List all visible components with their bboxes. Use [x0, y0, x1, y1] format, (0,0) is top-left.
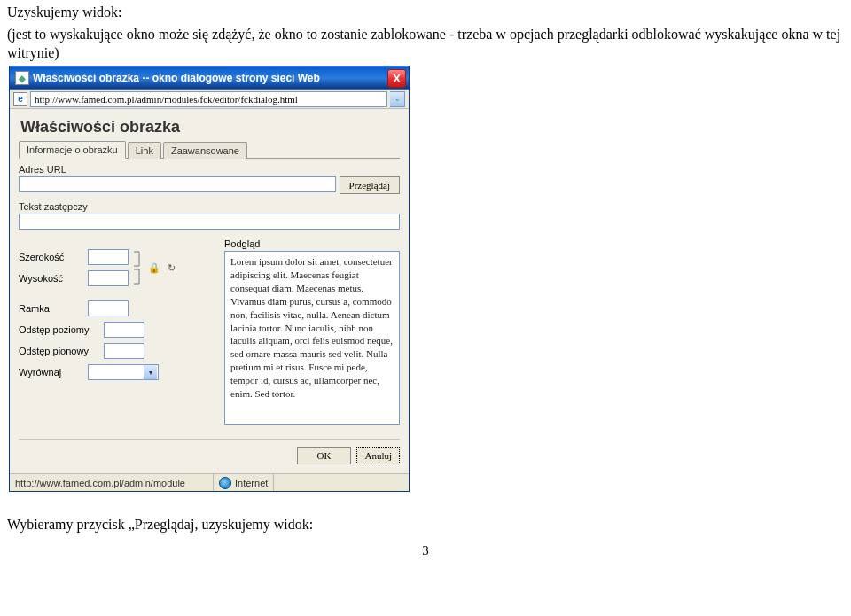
- status-zone: Internet: [235, 478, 268, 488]
- dialog-buttons: OK Anuluj: [19, 439, 400, 464]
- label-height: Wysokość: [19, 273, 82, 284]
- titlebar[interactable]: ◆ Właściwości obrazka -- okno dialogowe …: [10, 66, 409, 90]
- left-column: Szerokość Wysokość 🔒 ↻: [19, 238, 212, 425]
- label-align: Wyrównaj: [19, 367, 82, 378]
- dialog-body: Właściwości obrazka Informacje o obrazku…: [10, 109, 409, 473]
- alt-input[interactable]: [19, 214, 400, 230]
- browse-button[interactable]: Przeglądaj: [340, 176, 400, 194]
- status-bar: http://www.famed.com.pl/admin/module Int…: [10, 473, 409, 491]
- vspace-input[interactable]: [104, 343, 144, 359]
- height-input[interactable]: [88, 270, 129, 286]
- window-icon: ◆: [15, 71, 29, 85]
- address-dropdown-button[interactable]: ⌄: [390, 91, 405, 107]
- doc-note: (jest to wyskakujące okno może się zdąży…: [7, 26, 844, 63]
- url-input[interactable]: [19, 176, 336, 192]
- tab-advanced[interactable]: Zaawansowane: [163, 142, 247, 159]
- label-vspace: Odstęp pionowy: [19, 346, 98, 356]
- tab-link[interactable]: Link: [128, 142, 161, 159]
- right-column: Podgląd Lorem ipsum dolor sit amet, cons…: [224, 238, 400, 425]
- preview-box: Lorem ipsum dolor sit amet, consectetuer…: [224, 251, 400, 425]
- address-input[interactable]: http://www.famed.com.pl/admin/modules/fc…: [30, 91, 387, 107]
- label-alt: Tekst zastępczy: [19, 201, 400, 212]
- ok-button[interactable]: OK: [297, 447, 352, 464]
- border-input[interactable]: [88, 300, 129, 316]
- address-bar: e http://www.famed.com.pl/admin/modules/…: [10, 90, 409, 109]
- label-url: Adres URL: [19, 164, 400, 175]
- lock-ratio-icon[interactable]: 🔒: [146, 262, 162, 274]
- tab-info[interactable]: Informacje o obrazku: [19, 141, 126, 159]
- page-number: 3: [7, 543, 844, 558]
- status-zone-cell: Internet: [214, 474, 274, 491]
- label-preview: Podgląd: [224, 238, 400, 249]
- cancel-button[interactable]: Anuluj: [356, 447, 400, 464]
- hspace-input[interactable]: [104, 322, 144, 338]
- label-border: Ramka: [19, 303, 82, 314]
- bracket-icon: [132, 250, 143, 285]
- globe-icon: [219, 477, 231, 489]
- image-properties-window: ◆ Właściwości obrazka -- okno dialogowe …: [9, 66, 410, 492]
- doc-heading: Uzyskujemy widok:: [7, 4, 844, 22]
- chevron-down-icon: ▾: [144, 365, 157, 379]
- doc-bottom-text: Wybieramy przycisk „Przeglądaj, uzyskuje…: [7, 517, 844, 533]
- close-button[interactable]: X: [387, 69, 406, 88]
- label-width: Szerokość: [19, 252, 82, 262]
- window-title: Właściwości obrazka -- okno dialogowe st…: [33, 72, 320, 84]
- reset-size-icon[interactable]: ↻: [166, 262, 177, 274]
- label-hspace: Odstęp poziomy: [19, 324, 98, 335]
- ie-icon: e: [13, 92, 27, 106]
- dialog-heading: Właściwości obrazka: [20, 118, 400, 136]
- width-input[interactable]: [88, 249, 129, 265]
- tab-strip: Informacje o obrazku Link Zaawansowane: [19, 140, 400, 159]
- status-url: http://www.famed.com.pl/admin/module: [10, 474, 214, 491]
- align-select[interactable]: ▾: [88, 364, 159, 380]
